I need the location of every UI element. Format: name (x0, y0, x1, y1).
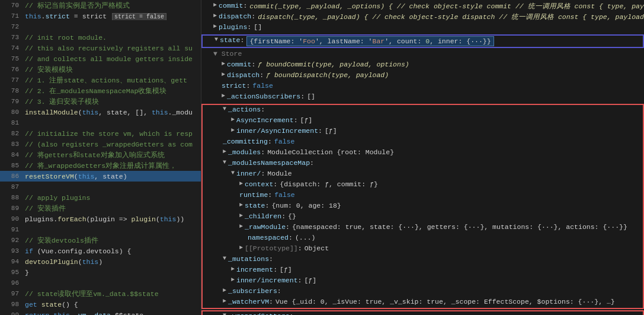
line-content: // 将_wrappedGetters对象注册成计算属性， (25, 161, 177, 170)
line-number: 92 (2, 237, 19, 244)
devtools-pane[interactable]: ► commit: commit(_type, _payload, _optio… (201, 0, 644, 315)
commit-arrow[interactable]: ► (213, 2, 217, 8)
store-dispatch-arrow[interactable]: ► (222, 71, 225, 78)
commit-row: ► commit: commit(_type, _payload, _optio… (201, 1, 644, 12)
inner-inc-key: inner/increment (236, 276, 298, 284)
store-dispatch-key: dispatch (227, 71, 259, 79)
mutations-header-row: ▼ _mutations: (203, 254, 643, 265)
subscribers-row: ► _subscribers: (203, 287, 643, 297)
actions-row: ▼ _actions: (203, 105, 643, 116)
line-number: 99 (2, 311, 19, 315)
line-content: this.strict = strict strict = false (25, 12, 168, 20)
line-content: // 1. 注册state、actions、mutations、gett (25, 76, 187, 85)
code-line-88: 88// apply plugins (0, 192, 201, 203)
actions-key: _actions (228, 106, 261, 113)
line-content: // 安装根模块 (25, 65, 73, 74)
actions-arrow[interactable]: ▼ (223, 106, 226, 112)
line-content: // 安装devtools插件 (25, 236, 98, 245)
plugins-val: [] (254, 23, 262, 31)
code-line-72: 72 (0, 21, 201, 32)
line-number: 83 (2, 141, 19, 148)
code-line-83: 83// (also registers _wrappedGetters as … (0, 139, 201, 149)
line-number: 72 (2, 23, 19, 30)
line-content: // (also registers _wrappedGetters as co… (25, 141, 193, 148)
line-content: // 将getters和state对象加入响应式系统 (25, 151, 165, 160)
code-line-99: 99return this._vm._data.$$state (0, 310, 201, 315)
code-line-86: 86resetStoreVM(this, state) (0, 171, 201, 182)
inner-state-val: {num: 0, age: 18} (271, 202, 341, 209)
code-line-92: 92// 安装devtools插件 (0, 235, 201, 246)
line-content: get state() { (25, 301, 78, 308)
commit-key: commit (219, 2, 243, 9)
inner-state-row: ► state: {num: 0, age: 18} (203, 201, 643, 212)
plugins-key: plugins (219, 23, 247, 31)
store-strict-val: false (252, 82, 273, 90)
inner-module-arrow[interactable]: ▼ (231, 170, 235, 176)
watcher-vm-row: ► _watcherVM: Vue {_uid: 0, _isVue: true… (203, 297, 643, 308)
inner-context-row: ► context: {dispatch: ƒ, commit: ƒ} (203, 180, 643, 190)
inner-state-arrow[interactable]: ► (239, 202, 243, 208)
proto-arrow[interactable]: ► (239, 244, 243, 251)
line-number: 78 (2, 87, 19, 94)
code-line-93: 93if (Vue.config.devtools) { (0, 246, 201, 256)
commit-val: commit(_type, _payload, _options) { // c… (249, 2, 644, 11)
line-number: 73 (2, 34, 19, 41)
plugins-arrow[interactable]: ► (213, 23, 217, 30)
wrapped-getters-header: ▼ _wrappedGetters: (203, 311, 643, 315)
store-dispatch-row: ► dispatch: ƒ boundDispatch(type, payloa… (201, 71, 644, 81)
inner-children-arrow[interactable]: ► (239, 212, 243, 219)
inner-async-arrow[interactable]: ► (231, 127, 235, 133)
code-line-73: 73// init root module. (0, 32, 201, 43)
inner-module-row: ▼ inner/: Module (203, 169, 643, 180)
line-number: 82 (2, 130, 19, 137)
line-content: // state读取代理至vm._data.$$state (25, 289, 159, 298)
async-inc-arrow[interactable]: ► (231, 116, 235, 123)
raw-module-val: {namespaced: true, state: {···}, getters… (292, 223, 627, 231)
async-inc-key: AsyncIncrement (236, 116, 294, 124)
modules-arrow[interactable]: ► (223, 148, 226, 155)
dispatch-val: dispatch(_type, _payload) { // check obj… (258, 12, 644, 21)
code-line-89: 89// 安装插件 (0, 203, 201, 214)
line-number: 86 (2, 173, 19, 180)
subs-arrow[interactable]: ► (223, 287, 226, 294)
modules-ns-arrow[interactable]: ▼ (223, 159, 226, 166)
line-number: 81 (2, 119, 19, 126)
line-number: 89 (2, 205, 19, 212)
modules-namespace-row: ▼ _modulesNamespaceMap: (203, 158, 643, 169)
store-dispatch-val: ƒ boundDispatch(type, payload) (266, 71, 389, 79)
watcher-arrow[interactable]: ► (223, 298, 226, 304)
inner-runtime-row: runtime: false (203, 190, 643, 201)
wg-arrow[interactable]: ▼ (223, 312, 226, 315)
store-label: ▼ Store (213, 50, 242, 58)
line-number: 90 (2, 215, 19, 222)
store-strict-key: strict (222, 82, 246, 90)
line-content: // apply plugins (25, 194, 90, 202)
line-number: 76 (2, 66, 19, 73)
mutations-arrow[interactable]: ▼ (223, 255, 226, 262)
action-sub-arrow[interactable]: ► (222, 93, 225, 99)
state-key: state (220, 36, 241, 44)
store-commit-arrow[interactable]: ► (222, 61, 225, 67)
dispatch-arrow[interactable]: ► (213, 12, 217, 19)
committing-val: false (274, 138, 295, 145)
line-number: 87 (2, 183, 19, 190)
inner-ctx-arrow[interactable]: ► (239, 180, 243, 187)
line-content: // init root module. (25, 34, 107, 42)
prototype-row: ► [[Prototype]]: Object (203, 244, 643, 254)
line-number: 75 (2, 55, 19, 62)
inner-inc-arrow[interactable]: ► (231, 276, 235, 283)
line-number: 85 (2, 162, 19, 169)
inner-inc-val: [ƒ] (304, 276, 316, 284)
line-number: 74 (2, 44, 19, 52)
async-inc-val: [ƒ] (300, 116, 313, 124)
state-box: ▼ state: {firstName: 'Foo', lastName: 'B… (201, 34, 644, 48)
raw-module-key: _rawModule (245, 223, 286, 231)
inner-module-key: inner/ (236, 170, 261, 177)
raw-module-arrow[interactable]: ► (239, 223, 243, 230)
dispatch-row: ► dispatch: dispatch(_type, _payload) { … (201, 12, 644, 23)
code-line-85: 85// 将_wrappedGetters对象注册成计算属性， (0, 160, 201, 171)
increment-arrow[interactable]: ► (231, 266, 235, 272)
line-content: } (25, 269, 29, 276)
state-arrow[interactable]: ▼ (214, 36, 218, 43)
increment-val: [ƒ] (280, 266, 292, 273)
